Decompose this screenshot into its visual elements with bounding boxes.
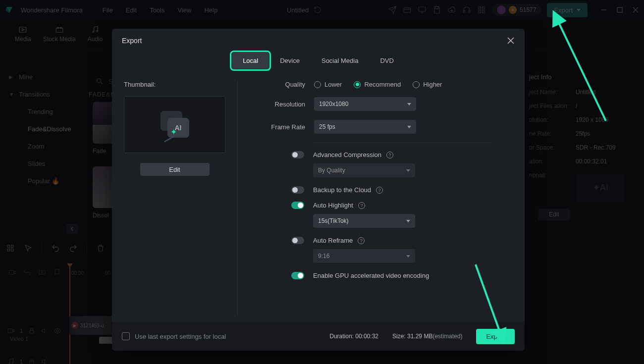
resolution-label: Resolution	[250, 101, 314, 108]
use-last-settings-checkbox[interactable]	[122, 332, 130, 340]
use-last-settings-label: Use last export settings for local	[135, 333, 226, 340]
quality-higher-radio[interactable]: Higher	[413, 81, 442, 88]
sparkle-icon: ✦	[170, 127, 177, 137]
export-tabs: Local Device Social Media DVD	[112, 52, 525, 69]
backup-cloud-label: Backup to the Cloud	[313, 186, 371, 194]
auto-reframe-select[interactable]: 9:16	[313, 249, 415, 263]
modal-close-icon[interactable]	[507, 37, 515, 45]
framerate-label: Frame Rate	[250, 123, 314, 131]
duration-info: Duration: 00:00:32	[329, 333, 378, 340]
help-icon[interactable]: ?	[386, 152, 393, 158]
quality-lower-radio[interactable]: Lower	[314, 81, 342, 88]
help-icon[interactable]: ?	[358, 237, 365, 244]
quality-recommend-radio[interactable]: Recommend	[354, 81, 401, 88]
adv-compression-select[interactable]: By Quality	[313, 163, 415, 177]
framerate-select[interactable]: 25 fps	[314, 120, 416, 134]
export-tab-local[interactable]: Local	[232, 52, 269, 69]
adv-compression-label: Advanced Compression	[313, 151, 381, 158]
auto-reframe-label: Auto Reframe	[313, 237, 353, 244]
thumbnail-label: Thumbnail:	[124, 81, 225, 88]
export-tab-social[interactable]: Social Media	[311, 52, 369, 69]
auto-reframe-toggle[interactable]	[291, 237, 304, 244]
gpu-toggle[interactable]	[291, 272, 304, 279]
auto-highlight-toggle[interactable]	[291, 202, 304, 209]
export-tab-device[interactable]: Device	[269, 52, 311, 69]
auto-highlight-select[interactable]: 15s(TikTok)	[313, 214, 415, 228]
auto-highlight-label: Auto Highlight	[313, 202, 353, 209]
export-button[interactable]: Export	[476, 329, 515, 344]
size-info: Size: 31.29 MB(estimated)	[392, 333, 462, 340]
backup-cloud-toggle[interactable]	[291, 186, 304, 194]
resolution-select[interactable]: 1920x1080	[314, 97, 416, 111]
quality-label: Quality	[250, 81, 314, 88]
thumbnail-edit-button[interactable]: Edit	[140, 163, 210, 176]
help-icon[interactable]: ?	[376, 187, 383, 194]
help-icon[interactable]: ?	[358, 202, 365, 209]
thumbnail-preview: AI ✦	[124, 96, 225, 153]
modal-title: Export	[122, 37, 142, 45]
export-tab-dvd[interactable]: DVD	[369, 52, 404, 69]
gpu-label: Enable GPU accelerated video encoding	[313, 272, 429, 279]
adv-compression-toggle[interactable]	[291, 151, 304, 158]
export-modal: Export Local Device Social Media DVD Thu…	[112, 29, 525, 351]
